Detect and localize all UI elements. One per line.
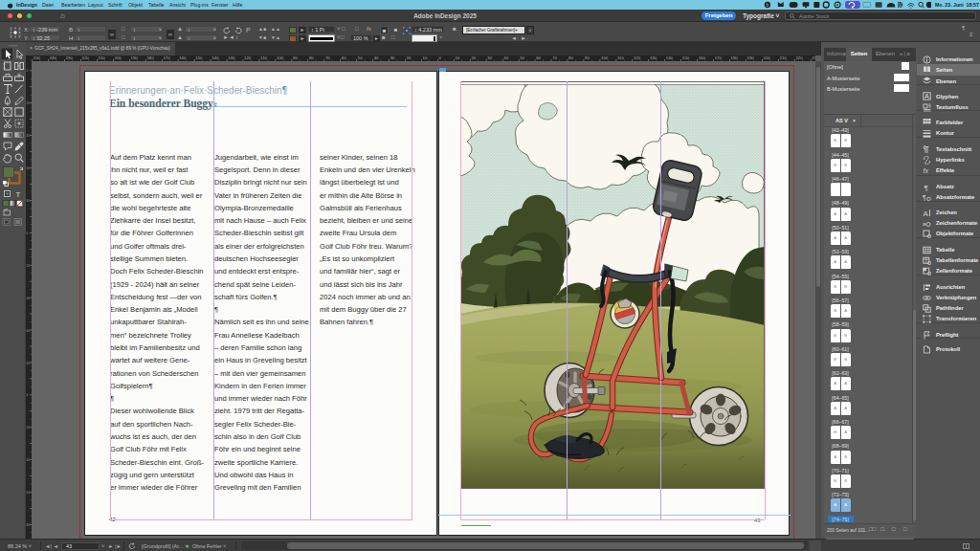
svg-text:40: 40: [374, 55, 379, 60]
svg-text:40: 40: [27, 297, 31, 300]
svg-text:200: 200: [115, 55, 122, 60]
svg-text:40: 40: [27, 458, 31, 462]
svg-text:160: 160: [699, 55, 706, 60]
svg-text:150: 150: [195, 55, 203, 60]
svg-text:80: 80: [27, 523, 31, 527]
svg-text:60: 60: [27, 329, 31, 333]
svg-text:60: 60: [27, 166, 31, 170]
svg-text:30: 30: [487, 55, 492, 60]
svg-text:¶: ¶: [923, 194, 926, 201]
svg-text:190: 190: [747, 55, 755, 60]
svg-text:230: 230: [812, 55, 815, 60]
svg-text:0: 0: [27, 231, 29, 235]
svg-text:220: 220: [82, 55, 90, 60]
svg-text:¶: ¶: [924, 183, 928, 191]
svg-text:40: 40: [503, 55, 508, 60]
svg-text:20: 20: [27, 426, 31, 430]
svg-text:170: 170: [163, 55, 170, 60]
svg-text:70: 70: [325, 55, 330, 60]
svg-text:10: 10: [423, 55, 428, 60]
svg-text:20: 20: [27, 264, 31, 268]
svg-text:70: 70: [552, 55, 557, 60]
svg-text:230: 230: [66, 55, 74, 60]
svg-text:10: 10: [455, 55, 459, 60]
svg-text:170: 170: [715, 55, 723, 60]
svg-text:140: 140: [212, 55, 219, 60]
svg-text:0: 0: [27, 69, 29, 73]
svg-text:100: 100: [277, 55, 284, 60]
svg-text:60: 60: [536, 55, 541, 60]
svg-text:80: 80: [27, 199, 31, 203]
svg-text:120: 120: [244, 55, 252, 60]
svg-text:130: 130: [650, 55, 657, 60]
svg-text:180: 180: [146, 55, 154, 60]
svg-text:60: 60: [27, 491, 31, 495]
svg-text:20: 20: [407, 55, 412, 60]
svg-text:T: T: [16, 190, 21, 199]
svg-text:240: 240: [50, 55, 57, 60]
svg-text:130: 130: [228, 55, 235, 60]
svg-text:60: 60: [342, 55, 346, 60]
svg-text:a: a: [923, 221, 926, 227]
svg-text:210: 210: [780, 55, 788, 60]
svg-text:150: 150: [682, 55, 690, 60]
svg-text:0: 0: [27, 393, 29, 397]
svg-text:100: 100: [601, 55, 609, 60]
svg-text:190: 190: [131, 55, 139, 60]
svg-text:120: 120: [634, 55, 641, 60]
svg-text:A: A: [924, 209, 929, 217]
svg-text:90: 90: [585, 55, 590, 60]
svg-text:110: 110: [617, 55, 624, 60]
svg-text:210: 210: [99, 55, 106, 60]
svg-text:180: 180: [731, 55, 739, 60]
svg-text:160: 160: [179, 55, 187, 60]
svg-text:fx: fx: [924, 167, 929, 174]
svg-text:200: 200: [764, 55, 771, 60]
svg-text:220: 220: [795, 55, 803, 60]
svg-text:90: 90: [293, 55, 298, 60]
svg-text:30: 30: [390, 55, 395, 60]
svg-text:140: 140: [666, 55, 674, 60]
svg-text:80: 80: [309, 55, 314, 60]
svg-text:20: 20: [471, 55, 476, 60]
svg-text:250: 250: [33, 55, 41, 60]
svg-text:50: 50: [520, 55, 524, 60]
svg-text:50: 50: [358, 55, 363, 60]
svg-text:80: 80: [568, 55, 573, 60]
svg-text:20: 20: [27, 101, 31, 105]
svg-text:110: 110: [260, 55, 267, 60]
svg-text:80: 80: [27, 362, 31, 365]
svg-text:40: 40: [27, 134, 31, 138]
